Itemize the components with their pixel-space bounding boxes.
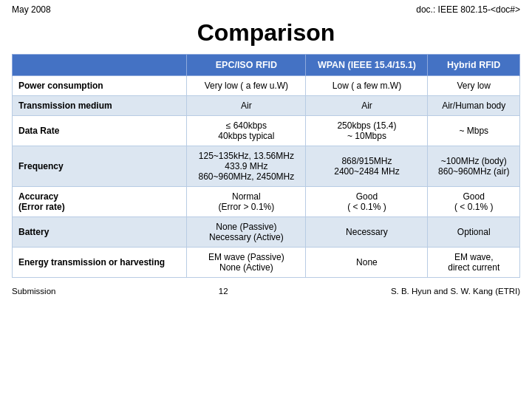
row-label-0: Power consumption — [13, 76, 187, 96]
row-1-col-2: Air — [306, 96, 428, 116]
footer-right: S. B. Hyun and S. W. Kang (ETRI) — [391, 287, 520, 296]
row-label-2: Data Rate — [13, 116, 187, 146]
table-header-row: EPC/ISO RFID WPAN (IEEE 15.4/15.1) Hybri… — [13, 55, 520, 76]
comparison-table-wrapper: EPC/ISO RFID WPAN (IEEE 15.4/15.1) Hybri… — [0, 54, 532, 278]
header-left: May 2008 — [12, 4, 51, 15]
table-row: Energy transmission or harvestingEM wave… — [13, 248, 520, 278]
row-5-col-1: None (Passive) Necessary (Active) — [187, 217, 306, 248]
row-6-col-1: EM wave (Passive) None (Active) — [187, 248, 306, 278]
row-1-col-1: Air — [187, 96, 306, 116]
table-row: Data Rate≤ 640kbps 40kbps typical250kbps… — [13, 116, 520, 146]
footer-bar: Submission 12 S. B. Hyun and S. W. Kang … — [0, 282, 532, 297]
footer-center: 12 — [55, 287, 390, 296]
row-6-col-3: EM wave, direct current — [428, 248, 520, 278]
page-title: Comparison — [0, 19, 532, 47]
row-1-col-3: Air/Human body — [428, 96, 520, 116]
row-label-1: Transmission medium — [13, 96, 187, 116]
row-0-col-3: Very low — [428, 76, 520, 96]
comparison-table: EPC/ISO RFID WPAN (IEEE 15.4/15.1) Hybri… — [12, 54, 520, 278]
col-header-1: EPC/ISO RFID — [187, 55, 306, 76]
col-header-2: WPAN (IEEE 15.4/15.1) — [306, 55, 428, 76]
row-0-col-1: Very low ( a few u.W) — [187, 76, 306, 96]
row-4-col-3: Good ( < 0.1% ) — [428, 187, 520, 217]
row-4-col-2: Good ( < 0.1% ) — [306, 187, 428, 217]
row-5-col-3: Optional — [428, 217, 520, 248]
row-label-5: Battery — [13, 217, 187, 248]
footer-left: Submission — [12, 287, 55, 296]
row-2-col-3: ~ Mbps — [428, 116, 520, 146]
row-5-col-2: Necessary — [306, 217, 428, 248]
row-6-col-2: None — [306, 248, 428, 278]
row-label-3: Frequency — [13, 146, 187, 187]
table-row: Accuracy (Error rate)Normal (Error > 0.1… — [13, 187, 520, 217]
header-right: doc.: IEEE 802.15-<doc#> — [416, 4, 520, 15]
table-row: Frequency125~135kHz, 13.56MHz 433.9 MHz … — [13, 146, 520, 187]
row-0-col-2: Low ( a few m.W) — [306, 76, 428, 96]
col-header-3: Hybrid RFID — [428, 55, 520, 76]
row-2-col-2: 250kbps (15.4) ~ 10Mbps — [306, 116, 428, 146]
row-3-col-1: 125~135kHz, 13.56MHz 433.9 MHz 860~960MH… — [187, 146, 306, 187]
row-2-col-1: ≤ 640kbps 40kbps typical — [187, 116, 306, 146]
row-3-col-3: ~100MHz (body) 860~960MHz (air) — [428, 146, 520, 187]
row-label-6: Energy transmission or harvesting — [13, 248, 187, 278]
row-label-4: Accuracy (Error rate) — [13, 187, 187, 217]
table-row: BatteryNone (Passive) Necessary (Active)… — [13, 217, 520, 248]
col-header-0 — [13, 55, 187, 76]
table-row: Transmission mediumAirAirAir/Human body — [13, 96, 520, 116]
row-3-col-2: 868/915MHz 2400~2484 MHz — [306, 146, 428, 187]
row-4-col-1: Normal (Error > 0.1%) — [187, 187, 306, 217]
table-row: Power consumptionVery low ( a few u.W)Lo… — [13, 76, 520, 96]
